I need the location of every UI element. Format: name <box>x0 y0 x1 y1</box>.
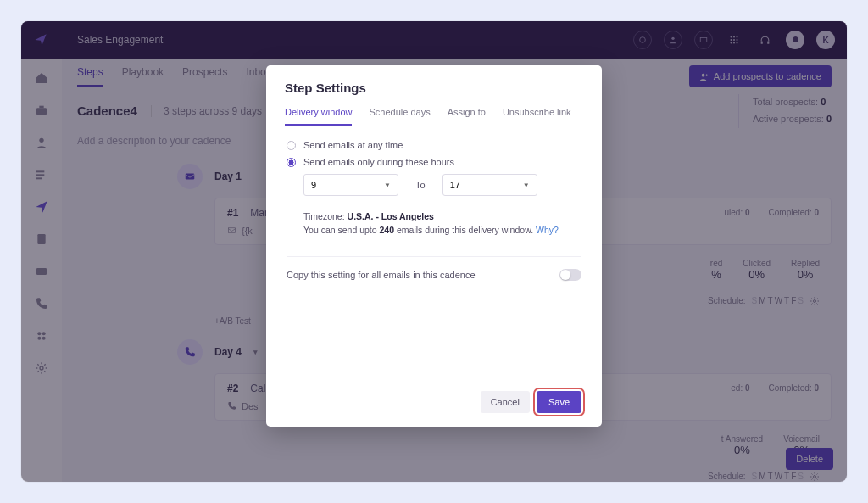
copy-setting-toggle[interactable] <box>559 269 581 281</box>
radio-anytime[interactable] <box>287 141 296 150</box>
modal-tab-delivery[interactable]: Delivery window <box>285 107 352 126</box>
from-hour-select[interactable]: 9 ▼ <box>303 174 398 196</box>
hint-post: emails during this delivery window. <box>394 225 536 235</box>
cancel-button[interactable]: Cancel <box>481 391 530 413</box>
app-frame: Sales Engagement K Steps P <box>21 21 847 482</box>
radio-anytime-row[interactable]: Send emails at any time <box>287 140 581 150</box>
to-hour-select[interactable]: 17 ▼ <box>442 174 537 196</box>
modal-body: Send emails at any time Send emails only… <box>285 126 583 413</box>
modal-tab-unsubscribe[interactable]: Unsubscribe link <box>503 107 571 126</box>
hint-pre: You can send upto <box>303 225 380 235</box>
modal-actions: Cancel Save <box>287 391 581 413</box>
tz-label: Timezone: <box>303 211 348 221</box>
to-label: To <box>415 180 426 190</box>
radio-hours-label: Send emails only during these hours <box>303 157 454 167</box>
modal-title: Step Settings <box>285 81 583 95</box>
timezone-block: Timezone: U.S.A. - Los Angeles You can s… <box>303 210 581 238</box>
tz-value: U.S.A. - Los Angeles <box>348 211 434 221</box>
save-button[interactable]: Save <box>537 391 581 413</box>
step-settings-modal: Step Settings Delivery window Schedule d… <box>266 65 602 427</box>
radio-anytime-label: Send emails at any time <box>303 140 403 150</box>
copy-setting-label: Copy this setting for all emails in this… <box>287 270 476 280</box>
modal-tabs: Delivery window Schedule days Assign to … <box>285 107 583 126</box>
modal-tab-assign[interactable]: Assign to <box>448 107 486 126</box>
hint-count: 240 <box>380 225 395 235</box>
caret-down-icon-2: ▼ <box>523 182 530 189</box>
why-link[interactable]: Why? <box>536 225 559 235</box>
from-hour-value: 9 <box>311 180 316 190</box>
radio-hours[interactable] <box>287 158 296 167</box>
copy-setting-row: Copy this setting for all emails in this… <box>287 256 581 281</box>
radio-hours-row[interactable]: Send emails only during these hours <box>287 157 581 167</box>
caret-down-icon: ▼ <box>384 182 391 189</box>
to-hour-value: 17 <box>450 180 460 190</box>
modal-tab-schedule[interactable]: Schedule days <box>369 107 430 126</box>
